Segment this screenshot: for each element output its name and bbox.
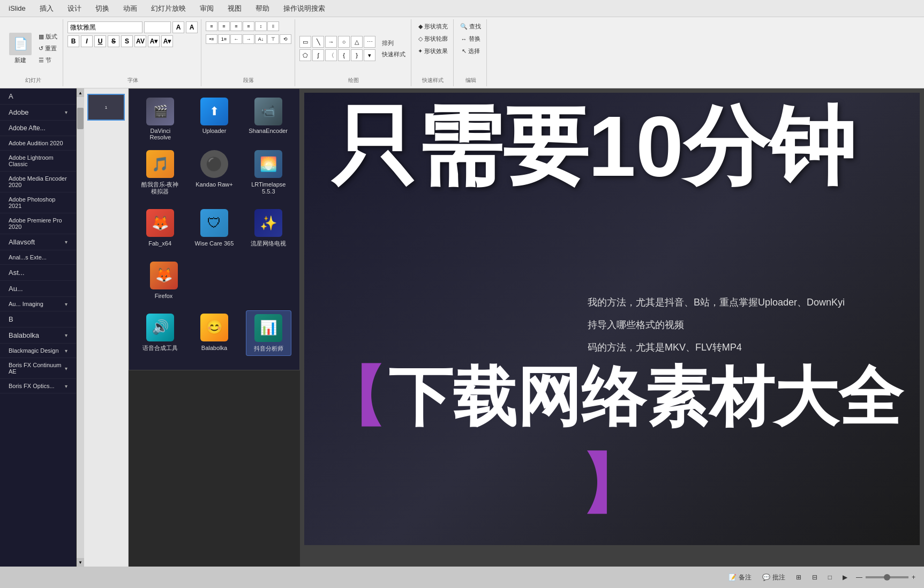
number-list-button[interactable]: 1≡ [218,34,230,44]
sidebar-item-analytics[interactable]: Anal...s Exte... [0,250,76,265]
app-item-davinci[interactable]: 🎬 DaVinciResolve [138,95,183,143]
scroll-down-arrow[interactable]: ▼ [77,558,84,567]
zoom-minus-button[interactable]: — [856,574,862,581]
columns-button[interactable]: ⫴ [267,21,279,31]
justify-button[interactable]: ≡ [243,21,254,31]
align-text-button[interactable]: ⊤ [267,34,279,44]
sidebar-item-au-imaging[interactable]: Au... Imaging ▾ [0,297,76,311]
draw-brace-button[interactable]: { [338,49,350,61]
sidebar-item-balabolka[interactable]: Balabolka ▾ [0,328,76,344]
reading-view-button[interactable]: □ [826,572,834,582]
sidebar-item-media-encoder[interactable]: Adobe Media Encoder 2020 [0,172,76,192]
slide-thumbnail-1[interactable]: 1 [87,94,125,121]
tab-view[interactable]: 视图 [221,2,248,16]
tab-islide[interactable]: iSlide [2,2,32,14]
scroll-up-arrow[interactable]: ▲ [77,88,84,97]
app-item-liuxing[interactable]: ✨ 流星网络电视 [246,206,291,250]
comments-button[interactable]: 💬 批注 [760,572,787,583]
app-item-uploader[interactable]: ⬆ Uploader [191,95,237,143]
tab-design[interactable]: 设计 [61,2,88,16]
draw-more-button[interactable]: ⋯ [364,36,375,48]
align-right-button[interactable]: ≡ [230,21,242,31]
text-direction-button[interactable]: A↓ [255,34,267,44]
zoom-slider[interactable] [866,576,908,578]
tab-review[interactable]: 审阅 [193,2,220,16]
select-button[interactable]: ↖ 选择 [460,46,482,56]
line-spacing-button[interactable]: ↕ [255,21,267,31]
normal-view-button[interactable]: ⊞ [794,572,803,582]
draw-expand-button[interactable]: ▾ [364,49,375,61]
bullet-list-button[interactable]: •≡ [206,34,217,44]
shape-fill-button[interactable]: ◆ 形状填充 [416,21,450,32]
section-button[interactable]: ☰ 节 [36,55,59,65]
app-item-shana[interactable]: 📹 ShanaEncoder [245,95,291,143]
convert-smartart-button[interactable]: ⟲ [280,34,291,44]
draw-circle-button[interactable]: ○ [338,36,350,48]
app-item-firefox[interactable]: 🦊 Firefox [141,258,186,303]
decrease-indent-button[interactable]: ← [230,34,242,44]
tab-help[interactable]: 帮助 [249,2,276,16]
sidebar-item-after-effects[interactable]: Adobe Afte... [0,121,76,136]
underline-button[interactable]: U [94,35,106,47]
draw-curved-button[interactable]: ∫ [312,49,324,61]
find-button[interactable]: 🔍 查找 [458,21,483,32]
shape-outline-button[interactable]: ◇ 形状轮廓 [416,34,450,44]
sidebar-item-ast[interactable]: Ast... [0,265,76,281]
reset-button[interactable]: ↺ 重置 [36,43,59,54]
shape-effect-button[interactable]: ✦ 形状效果 [416,46,450,56]
draw-bracket-button[interactable]: } [351,49,363,61]
font-spacing-button[interactable]: AV [134,35,146,47]
font-size-decrease-button[interactable]: A [186,21,198,33]
tab-insert[interactable]: 插入 [33,2,60,16]
sidebar-item-boris-optics[interactable]: Boris FX Optics... ▾ [0,379,76,393]
new-slide-button[interactable]: 📄 新建 [6,31,34,66]
tab-transitions[interactable]: 切换 [89,2,116,16]
font-shadow-button[interactable]: S [121,35,133,47]
notes-button[interactable]: 📝 备注 [726,572,754,583]
font-size-input[interactable]: 20 [144,21,171,33]
font-family-input[interactable] [67,21,142,33]
replace-button[interactable]: ↔ 替换 [459,34,483,44]
app-item-lrtimelapse[interactable]: 🌅 LRTimelapse5.5.3 [246,147,291,198]
sidebar-item-adobe[interactable]: Adobe ▾ [0,105,76,121]
sidebar-item-blackmagic[interactable]: Blackmagic Design ▾ [0,344,76,358]
sidebar-item-premiere[interactable]: Adobe Premiere Pro 2020 [0,213,76,234]
app-item-fab[interactable]: 🦊 Fab_x64 [137,206,183,250]
draw-freeform-button[interactable]: 〈 [325,49,337,61]
app-item-kandao[interactable]: ⚫ Kandao Raw+ [191,147,237,198]
draw-line-button[interactable]: ╲ [312,36,324,48]
align-left-button[interactable]: ≡ [206,21,217,31]
sidebar-item-boris-continuum[interactable]: Boris FX Continuum AE ▾ [0,358,76,379]
app-item-wisecare[interactable]: 🛡 Wise Care 365 [191,206,237,250]
sidebar-item-lightroom[interactable]: Adobe Lightroom Classic [0,151,76,172]
app-item-kuwo[interactable]: 🎵 酷我音乐-夜神模拟器 [137,147,183,198]
arrange-button[interactable]: 排列 [380,38,408,48]
sidebar-item-allavsoft[interactable]: Allavsoft ▾ [0,234,76,250]
app-item-tts[interactable]: 🔊 语音合成工具 [137,310,183,356]
zoom-plus-button[interactable]: + [912,574,915,581]
italic-button[interactable]: I [81,35,93,47]
draw-rect-button[interactable]: ▭ [299,36,311,48]
font-color-dropdown[interactable]: A▾ [148,35,160,47]
app-item-balabolka[interactable]: 😊 Balabolka [191,310,237,356]
zoom-slider-thumb[interactable] [884,574,890,580]
sidebar-item-photoshop[interactable]: Adobe Photoshop 2021 [0,192,76,213]
tab-animations[interactable]: 动画 [117,2,144,16]
font-size-increase-button[interactable]: A [172,21,184,33]
sidebar-item-audition[interactable]: Adobe Audition 2020 [0,136,76,151]
align-center-button[interactable]: ≡ [218,21,230,31]
tab-search[interactable]: 操作说明搜索 [277,2,332,16]
scroll-handle[interactable] [77,108,84,129]
increase-indent-button[interactable]: → [243,34,254,44]
sidebar-item-au[interactable]: Au... [0,281,76,297]
quick-style-button[interactable]: 快速样式 [380,49,408,59]
slide-sorter-button[interactable]: ⊟ [810,572,820,582]
layout-button[interactable]: ▦ 版式 [36,32,59,42]
draw-triangle-button[interactable]: △ [351,36,363,48]
app-item-douyin[interactable]: 📊 抖音分析师 [246,310,291,356]
draw-pentagon-button[interactable]: ⬠ [299,49,311,61]
draw-arrow-button[interactable]: → [325,36,337,48]
tab-slideshow[interactable]: 幻灯片放映 [145,2,192,16]
bold-button[interactable]: B [67,35,79,47]
strikethrough-button[interactable]: S [108,35,119,47]
